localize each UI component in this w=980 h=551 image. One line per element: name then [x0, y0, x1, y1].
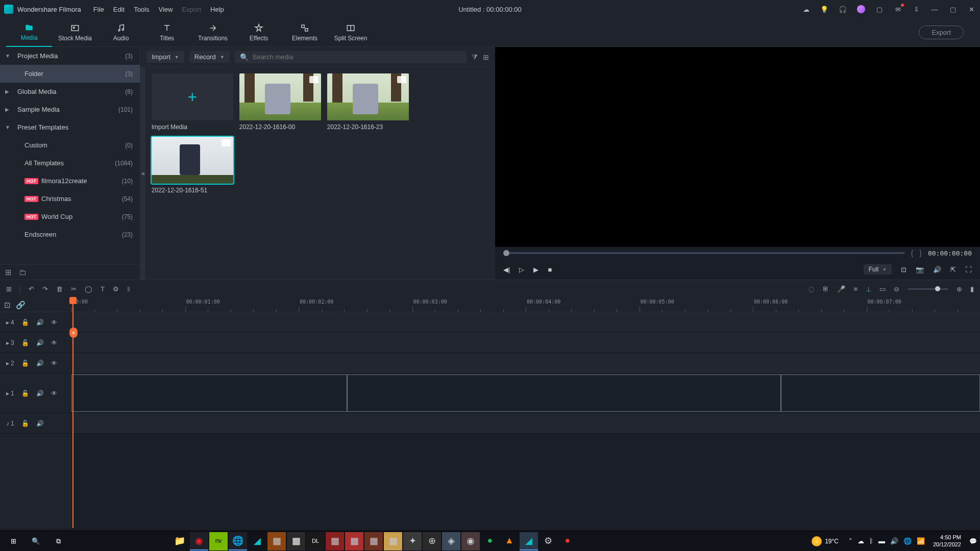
media-item-2022-12-20-1616-00[interactable]: 2022-12-20-1616-00	[239, 73, 321, 131]
timeline-ruler[interactable]: 00:0000:00:01:0000:00:02:0000:00:03:0000…	[71, 298, 980, 312]
display-icon[interactable]: ⊡	[901, 266, 906, 273]
new-folder-plus-icon[interactable]: ⊞	[5, 268, 12, 277]
redo-button[interactable]: ↷	[42, 285, 48, 293]
app-game6[interactable]: ▦	[384, 532, 402, 550]
collapse-handle[interactable]: ◀	[140, 67, 145, 280]
mark-in-button[interactable]: {	[911, 249, 914, 257]
timeline-clip[interactable]	[347, 374, 781, 412]
app-game1[interactable]: ▦	[267, 532, 286, 550]
render-icon[interactable]: ◌	[808, 285, 814, 293]
save-icon[interactable]: ▢	[875, 5, 884, 14]
lock-icon[interactable]: 🔓	[21, 420, 29, 427]
tray-onedrive-icon[interactable]: ☁	[857, 537, 864, 545]
audio-tool-button[interactable]: ⫴	[127, 285, 130, 293]
app-game5[interactable]: ▦	[364, 532, 383, 550]
stop-button[interactable]: ■	[548, 266, 552, 273]
next-frame-button[interactable]: ▶	[533, 266, 538, 273]
lock-icon[interactable]: 🔓	[21, 319, 29, 326]
app-game10[interactable]: ◉	[461, 532, 480, 550]
weather-widget[interactable]: 19°C	[812, 536, 839, 546]
tree-item-filmora12create[interactable]: HOTfilmora12create(10)	[0, 172, 140, 190]
tree-item-project-media[interactable]: ▼Project Media(3)	[0, 47, 140, 65]
visibility-icon[interactable]: 👁	[51, 390, 57, 397]
menu-view[interactable]: View	[158, 6, 173, 13]
tab-split-screen[interactable]: Split Screen	[328, 18, 374, 47]
maximize-icon[interactable]: ▢	[948, 5, 958, 14]
play-button[interactable]: ▷	[519, 266, 524, 273]
delete-button[interactable]: 🗑	[56, 285, 63, 293]
app-vlc[interactable]: ▲	[500, 532, 519, 550]
search-box[interactable]: 🔍	[235, 51, 467, 63]
filter-icon[interactable]: ⧩	[472, 53, 478, 61]
lock-icon[interactable]: 🔓	[21, 339, 29, 346]
track-row-video-3[interactable]	[71, 333, 980, 353]
track-row-video-1[interactable]	[71, 373, 980, 413]
track-toggle-icon[interactable]: ⊡	[4, 300, 11, 310]
app-chrome[interactable]: 🌐	[229, 532, 247, 550]
app-explorer[interactable]: 📁	[170, 532, 189, 550]
mixer-icon[interactable]: ≡	[853, 285, 857, 293]
notifications-icon[interactable]: 💬	[969, 538, 977, 545]
media-item-2022-12-20-1616-23[interactable]: 2022-12-20-1616-23	[327, 73, 409, 131]
app-game3[interactable]: ▦	[326, 532, 344, 550]
search-taskbar-button[interactable]: 🔍	[26, 531, 46, 552]
tab-media[interactable]: Media	[6, 18, 52, 47]
zoom-out-button[interactable]: ⊖	[894, 285, 899, 293]
mute-icon[interactable]: 🔊	[36, 390, 44, 397]
tab-effects[interactable]: Effects	[236, 18, 282, 47]
track-content[interactable]: ✕	[71, 312, 980, 529]
mute-icon[interactable]: 🔊	[36, 339, 44, 346]
volume-icon[interactable]: 🔊	[933, 266, 941, 273]
media-item-import-media[interactable]: +Import Media	[152, 73, 233, 131]
media-thumb[interactable]	[239, 73, 321, 120]
tree-item-preset-templates[interactable]: ▼Preset Templates	[0, 118, 140, 136]
tree-item-folder[interactable]: Folder(3)	[0, 65, 140, 83]
tab-stock-media[interactable]: Stock Media	[52, 18, 98, 47]
app-filmora[interactable]: ◢	[520, 532, 538, 550]
prev-frame-button[interactable]: ◀|	[503, 266, 510, 273]
visibility-icon[interactable]: 👁	[51, 339, 57, 346]
tray-wifi-icon[interactable]: 📶	[917, 537, 925, 545]
app-game2[interactable]: ▦	[287, 532, 305, 550]
tab-audio[interactable]: Audio	[98, 18, 144, 47]
playhead-handle[interactable]	[69, 297, 77, 304]
message-icon[interactable]: ✉	[893, 5, 902, 14]
tree-item-endscreen[interactable]: Endscreen(23)	[0, 226, 140, 243]
text-tool-button[interactable]: T	[101, 285, 105, 293]
mute-icon[interactable]: 🔊	[36, 319, 44, 326]
quality-dropdown[interactable]: Full▼	[864, 264, 892, 274]
track-row-audio-1[interactable]	[71, 413, 980, 434]
app-game8[interactable]: ⊕	[423, 532, 441, 550]
media-thumb[interactable]	[152, 137, 233, 184]
menu-help[interactable]: Help	[210, 6, 224, 13]
tree-item-global-media[interactable]: ▶Global Media(8)	[0, 83, 140, 101]
folder-icon[interactable]: 🗀	[19, 268, 27, 277]
search-input[interactable]	[253, 53, 461, 61]
marker-icon[interactable]: ⊥	[866, 285, 871, 293]
app-game4[interactable]: ▦	[345, 532, 363, 550]
tray-battery-icon[interactable]: ▬	[878, 537, 885, 545]
tray-bluetooth-icon[interactable]: ᛒ	[869, 537, 873, 545]
headset-icon[interactable]: 🎧	[838, 5, 847, 14]
fit-icon[interactable]: ▭	[879, 285, 886, 293]
grid-tool-icon[interactable]: ⊞	[6, 285, 12, 293]
zoom-in-button[interactable]: ⊕	[957, 285, 962, 293]
tree-item-all-templates[interactable]: All Templates(1084)	[0, 154, 140, 172]
seek-bar[interactable]	[503, 252, 905, 254]
tree-item-custom[interactable]: Custom(0)	[0, 136, 140, 154]
media-item-2022-12-20-1616-51[interactable]: 2022-12-20-1616-51	[152, 137, 233, 194]
start-button[interactable]: ⊞	[3, 531, 23, 552]
timeline-settings-icon[interactable]: ▮	[970, 285, 974, 293]
mic-icon[interactable]: 🎤	[837, 285, 845, 293]
track-row-video-2[interactable]	[71, 353, 980, 373]
crop-button[interactable]: ◯	[85, 285, 92, 293]
shield-icon[interactable]: ⛨	[822, 285, 829, 293]
tab-elements[interactable]: Elements	[282, 18, 328, 47]
undo-button[interactable]: ↶	[29, 285, 34, 293]
app-opera[interactable]: ◉	[190, 532, 208, 550]
app-filmora-launcher[interactable]: ◢	[248, 532, 266, 550]
zoom-slider[interactable]	[908, 288, 948, 290]
seek-handle[interactable]	[503, 250, 509, 256]
mute-icon[interactable]: 🔊	[36, 420, 44, 427]
link-icon[interactable]: 🔗	[16, 300, 26, 310]
